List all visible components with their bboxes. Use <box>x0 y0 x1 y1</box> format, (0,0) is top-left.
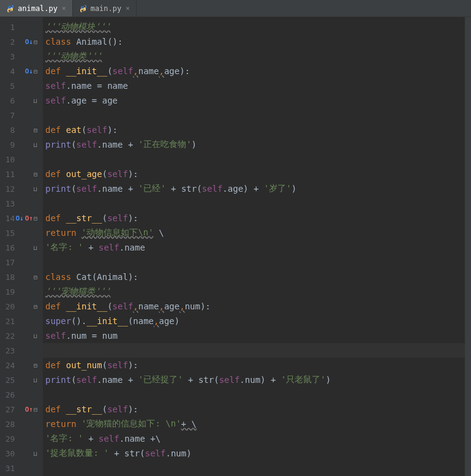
code-line[interactable]: def __str__(self): <box>43 402 471 417</box>
line-number: 12 <box>0 184 15 194</box>
code-line[interactable]: def out_num(self): <box>43 358 471 372</box>
code-line[interactable]: '''动物模块''' <box>43 20 471 34</box>
code-line[interactable]: def __init__(self,name,age): <box>43 64 471 78</box>
line-number: 24 <box>0 361 15 370</box>
line-number: 7 <box>0 111 15 120</box>
line-number: 13 <box>0 199 15 208</box>
code-line[interactable] <box>43 461 471 475</box>
fold-end-icon[interactable]: ⊔ <box>33 142 38 148</box>
code-line[interactable] <box>43 255 471 270</box>
line-number: 2 <box>0 37 15 47</box>
code-line[interactable]: '名字: ' + self.name +\ <box>43 431 471 446</box>
code-line[interactable]: class Animal(): <box>43 34 471 49</box>
code-line[interactable]: return '动物信息如下\n' \ <box>43 225 471 240</box>
line-number: 1 <box>0 23 15 32</box>
tab-label: main.py <box>91 4 122 13</box>
code-line[interactable]: '名字: ' + self.name <box>43 240 471 255</box>
line-number: 17 <box>0 258 15 267</box>
close-icon[interactable]: × <box>62 4 66 12</box>
line-number: 23 <box>0 346 15 355</box>
tab-label: animal.py <box>18 4 58 13</box>
code-line[interactable]: def out_age(self): <box>43 167 471 181</box>
code-line[interactable]: print(self.name + '正在吃食物') <box>43 137 471 152</box>
override-up-icon[interactable]: O↑ <box>25 406 33 414</box>
tab-animal-py[interactable]: animal.py × <box>0 0 73 17</box>
code-line[interactable]: '''宠物猫类''' <box>43 284 471 299</box>
fold-icon[interactable]: ⊟ <box>33 68 38 75</box>
line-number: 3 <box>0 52 15 61</box>
code-area[interactable]: '''动物模块''' class Animal(): '''动物类''' def… <box>43 17 471 476</box>
line-number: 5 <box>0 81 15 91</box>
line-number: 18 <box>0 273 15 282</box>
override-up-icon[interactable]: O↑ <box>25 214 33 222</box>
line-number: 26 <box>0 390 15 399</box>
override-down-icon[interactable]: O↓ <box>25 67 33 75</box>
code-line[interactable]: print(self.name + '已经' + str(self.age) +… <box>43 181 471 196</box>
fold-end-icon[interactable]: ⊔ <box>33 97 38 104</box>
line-number: 14 <box>0 214 15 223</box>
fold-end-icon[interactable]: ⊔ <box>33 186 38 192</box>
fold-end-icon[interactable]: ⊔ <box>33 333 38 339</box>
code-editor[interactable]: 1 2O↓⊟ 3 4O↓⊟ 5 6⊔ 7 8⊟ 9⊔ 10 11⊟ 12⊔ 13… <box>0 17 471 476</box>
line-number: 28 <box>0 420 15 429</box>
fold-end-icon[interactable]: ⊔ <box>33 377 38 383</box>
editor-tabs: animal.py × main.py × <box>0 0 471 17</box>
line-number: 6 <box>0 96 15 105</box>
line-number: 25 <box>0 376 15 385</box>
code-line[interactable]: '捉老鼠数量: ' + str(self.num) <box>43 446 471 461</box>
line-number: 20 <box>0 302 15 311</box>
override-down-icon[interactable]: O↓ <box>16 214 24 222</box>
fold-icon[interactable]: ⊟ <box>33 39 38 45</box>
code-line[interactable] <box>43 196 471 211</box>
code-line[interactable]: class Cat(Animal): <box>43 270 471 284</box>
code-line[interactable]: self.age = age <box>43 93 471 108</box>
python-file-icon <box>6 4 15 13</box>
line-number: 21 <box>0 317 15 326</box>
fold-icon[interactable]: ⊟ <box>33 362 38 369</box>
line-number: 8 <box>0 126 15 135</box>
code-line[interactable] <box>43 152 471 167</box>
override-down-icon[interactable]: O↓ <box>25 38 33 46</box>
line-number: 30 <box>0 449 15 458</box>
code-line[interactable]: def __init__(self,name,age,num): <box>43 299 471 314</box>
code-line[interactable]: self.name = name <box>43 78 471 93</box>
line-number: 22 <box>0 331 15 341</box>
code-line[interactable]: return '宠物猫的信息如下: \n'+ \ <box>43 417 471 431</box>
line-number: 10 <box>0 155 15 164</box>
close-icon[interactable]: × <box>126 4 130 12</box>
code-line[interactable]: def eat(self): <box>43 123 471 137</box>
gutter: 1 2O↓⊟ 3 4O↓⊟ 5 6⊔ 7 8⊟ 9⊔ 10 11⊟ 12⊔ 13… <box>0 17 43 476</box>
vertical-scrollbar[interactable] <box>465 17 471 476</box>
code-line[interactable] <box>43 108 471 123</box>
code-line[interactable]: def __str__(self): <box>43 211 471 225</box>
line-number: 29 <box>0 434 15 444</box>
fold-icon[interactable]: ⊟ <box>33 406 38 413</box>
fold-icon[interactable]: ⊟ <box>33 171 38 178</box>
line-number: 31 <box>0 464 15 473</box>
fold-icon[interactable]: ⊟ <box>33 274 38 281</box>
fold-icon[interactable]: ⊟ <box>33 215 38 222</box>
code-line[interactable]: super().__init__(name,age) <box>43 314 471 328</box>
line-number: 9 <box>0 140 15 149</box>
line-number: 11 <box>0 170 15 179</box>
tab-main-py[interactable]: main.py × <box>73 0 137 17</box>
line-number: 4 <box>0 67 15 76</box>
code-line[interactable]: print(self.name + '已经捉了' + str(self.num)… <box>43 372 471 387</box>
python-file-icon <box>79 4 88 13</box>
code-line[interactable] <box>43 387 471 402</box>
line-number: 16 <box>0 243 15 252</box>
code-line[interactable]: self.num = num <box>43 328 471 343</box>
fold-end-icon[interactable]: ⊔ <box>33 244 38 251</box>
code-line[interactable]: '''动物类''' <box>43 49 471 64</box>
line-number: 19 <box>0 287 15 297</box>
line-number: 15 <box>0 229 15 238</box>
fold-end-icon[interactable]: ⊔ <box>33 450 38 457</box>
fold-icon[interactable]: ⊟ <box>33 127 38 134</box>
code-line-current[interactable] <box>43 343 471 358</box>
line-number: 27 <box>0 405 15 414</box>
fold-icon[interactable]: ⊟ <box>33 303 38 310</box>
